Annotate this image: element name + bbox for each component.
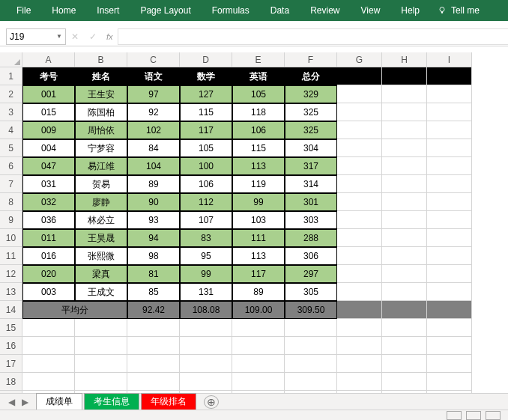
table-cell[interactable]: 304 — [285, 139, 337, 157]
table-cell[interactable]: 102 — [127, 121, 180, 139]
table-avg-cell[interactable]: 92.42 — [127, 301, 180, 319]
column-header-B[interactable]: B — [75, 52, 127, 67]
ribbon-tab-page-layout[interactable]: Page Layout — [130, 0, 201, 21]
table-cell[interactable]: 113 — [232, 247, 285, 265]
cell[interactable] — [232, 319, 285, 337]
cell[interactable] — [427, 67, 472, 85]
row-header-5[interactable]: 5 — [0, 139, 22, 157]
cell[interactable] — [337, 211, 382, 229]
table-cell[interactable]: 111 — [232, 229, 285, 247]
cell[interactable] — [382, 373, 427, 391]
table-avg-cell[interactable]: 109.00 — [232, 301, 285, 319]
cell[interactable] — [382, 157, 427, 175]
cell[interactable] — [427, 139, 472, 157]
row-header-2[interactable]: 2 — [0, 85, 22, 103]
row-header-3[interactable]: 3 — [0, 103, 22, 121]
cell[interactable] — [337, 247, 382, 265]
cell[interactable] — [337, 355, 382, 373]
cell[interactable] — [180, 337, 232, 355]
cell[interactable] — [427, 193, 472, 211]
cell[interactable] — [127, 355, 180, 373]
cell[interactable] — [75, 355, 127, 373]
row-header-9[interactable]: 9 — [0, 211, 22, 229]
cell[interactable] — [427, 301, 472, 319]
table-cell[interactable]: 004 — [22, 139, 75, 157]
table-cell[interactable]: 314 — [285, 175, 337, 193]
row-header-18[interactable]: 18 — [0, 373, 22, 391]
add-sheet-button[interactable]: ⊕ — [204, 395, 219, 409]
row-header-7[interactable]: 7 — [0, 175, 22, 193]
sheet-nav-next[interactable]: ▶ — [19, 397, 30, 407]
table-cell[interactable]: 林必立 — [75, 211, 127, 229]
cancel-formula-button[interactable]: ✕ — [66, 31, 84, 42]
cell[interactable] — [382, 175, 427, 193]
table-cell[interactable]: 106 — [180, 175, 232, 193]
cell[interactable] — [337, 175, 382, 193]
row-header-13[interactable]: 13 — [0, 283, 22, 301]
table-cell[interactable]: 288 — [285, 229, 337, 247]
cell[interactable] — [382, 193, 427, 211]
table-cell[interactable]: 93 — [127, 211, 180, 229]
cell[interactable] — [285, 355, 337, 373]
table-cell[interactable]: 303 — [285, 211, 337, 229]
table-cell[interactable]: 廖静 — [75, 193, 127, 211]
table-cell[interactable]: 81 — [127, 265, 180, 283]
cell[interactable] — [337, 283, 382, 301]
cell[interactable] — [382, 67, 427, 85]
table-cell[interactable]: 王昊晟 — [75, 229, 127, 247]
cell[interactable] — [337, 193, 382, 211]
cell[interactable] — [180, 373, 232, 391]
table-cell[interactable]: 003 — [22, 283, 75, 301]
table-cell[interactable]: 85 — [127, 283, 180, 301]
row-header-10[interactable]: 10 — [0, 229, 22, 247]
cell[interactable] — [382, 139, 427, 157]
cell[interactable] — [232, 337, 285, 355]
table-cell[interactable]: 107 — [180, 211, 232, 229]
column-header-G[interactable]: G — [337, 52, 382, 67]
row-header-6[interactable]: 6 — [0, 157, 22, 175]
table-cell[interactable]: 317 — [285, 157, 337, 175]
ribbon-tab-help[interactable]: Help — [390, 0, 430, 21]
table-cell[interactable]: 305 — [285, 283, 337, 301]
cell[interactable] — [180, 319, 232, 337]
column-header-F[interactable]: F — [285, 52, 337, 67]
table-cell[interactable]: 131 — [180, 283, 232, 301]
row-header-12[interactable]: 12 — [0, 265, 22, 283]
cell[interactable] — [127, 319, 180, 337]
cell[interactable] — [22, 319, 75, 337]
cell[interactable] — [285, 337, 337, 355]
table-cell[interactable]: 009 — [22, 121, 75, 139]
cell[interactable] — [75, 337, 127, 355]
row-header-11[interactable]: 11 — [0, 247, 22, 265]
cell[interactable] — [337, 157, 382, 175]
table-avg-label[interactable]: 平均分 — [22, 301, 127, 319]
cell[interactable] — [427, 247, 472, 265]
table-cell[interactable]: 95 — [180, 247, 232, 265]
cells-area[interactable]: 考号姓名语文数学英语总分001王生安97127105329015陈国柏92115… — [22, 67, 508, 399]
row-header-16[interactable]: 16 — [0, 337, 22, 355]
fx-icon[interactable]: fx — [106, 32, 113, 41]
table-cell[interactable]: 99 — [232, 193, 285, 211]
name-box[interactable]: J19 ▼ — [6, 28, 66, 45]
cell[interactable] — [382, 229, 427, 247]
cell[interactable] — [382, 319, 427, 337]
cell[interactable] — [382, 247, 427, 265]
table-cell[interactable]: 梁真 — [75, 265, 127, 283]
cell[interactable] — [382, 283, 427, 301]
table-header-cell[interactable]: 语文 — [127, 67, 180, 85]
cell[interactable] — [382, 103, 427, 121]
cell[interactable] — [75, 319, 127, 337]
cell[interactable] — [427, 175, 472, 193]
row-header-8[interactable]: 8 — [0, 193, 22, 211]
cell[interactable] — [427, 157, 472, 175]
cell[interactable] — [22, 373, 75, 391]
table-header-cell[interactable]: 英语 — [232, 67, 285, 85]
cell[interactable] — [427, 229, 472, 247]
table-cell[interactable]: 301 — [285, 193, 337, 211]
table-cell[interactable]: 119 — [232, 175, 285, 193]
ribbon-tab-data[interactable]: Data — [260, 0, 300, 21]
table-avg-cell[interactable]: 108.08 — [180, 301, 232, 319]
ribbon-tab-formulas[interactable]: Formulas — [202, 0, 260, 21]
row-header-1[interactable]: 1 — [0, 67, 22, 85]
table-cell[interactable]: 97 — [127, 85, 180, 103]
